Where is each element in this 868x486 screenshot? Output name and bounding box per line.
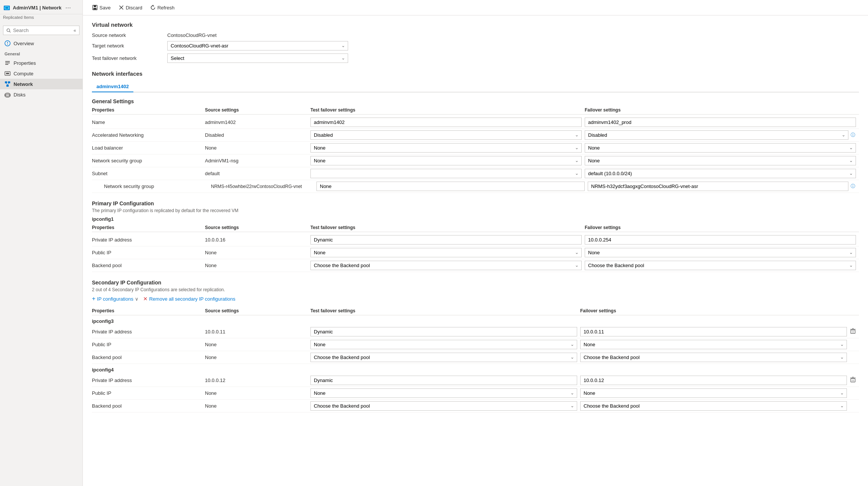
svg-rect-8 [5,61,10,62]
refresh-button[interactable]: Refresh [147,3,178,12]
svg-rect-10 [5,64,8,65]
c4-delete-icon[interactable] [850,377,856,384]
source-c4-private-ip: 10.0.0.12 [205,377,310,383]
window-title: AdminVM1 | Network [13,5,61,11]
failover-c4-private-ip-input[interactable] [580,376,847,385]
prop-accel-net: Accelerated Networking [92,132,205,138]
test-failover-accel-net-wrapper: Disabled Enabled [310,130,582,140]
failover-name-input[interactable] [585,118,856,127]
test-c4-private-ip-input[interactable] [310,376,577,385]
failover-nsg-select[interactable]: None [585,156,856,165]
secondary-ip-section-title: Secondary IP Configuration [92,280,859,286]
failover-backend-pool-primary-wrapper: Choose the Backend pool [585,261,856,270]
sidebar-item-overview[interactable]: Overview [0,38,83,49]
collapse-button[interactable]: « [73,28,76,33]
failover-private-ip-input[interactable] [585,235,856,245]
test-c4-public-ip-select[interactable]: None [310,388,577,398]
test-failover-subnet-select[interactable] [310,169,582,178]
save-label: Save [99,5,111,11]
failover-nsg-sub-input[interactable] [588,182,848,191]
window-subtitle: Replicated Items [0,14,83,23]
test-c3-backend-pool-select[interactable]: Choose the Backend pool [310,353,577,362]
failover-c3-private-ip-input[interactable] [580,327,847,336]
ipconfig4-name: ipconfig4 [92,367,859,373]
ipconfig4-row-backend-pool: Backend pool None Choose the Backend poo… [92,400,859,413]
nsg-sub-info-icon[interactable]: ⓘ [850,183,856,190]
sidebar-item-compute[interactable]: Compute [0,68,83,79]
search-input[interactable] [13,28,72,33]
prop-lb: Load balancer [92,145,205,151]
failover-c4-public-ip-select[interactable]: None [580,388,847,398]
accel-net-info-icon[interactable]: ⓘ [850,132,856,138]
test-c3-public-ip-select[interactable]: None [310,340,577,349]
source-c3-public-ip: None [205,342,310,347]
sidebar-item-network[interactable]: Network [0,79,83,89]
failover-lb-select[interactable]: None [585,143,856,153]
ip-configurations-button[interactable]: + IP configurations ∨ [92,295,139,302]
ipconfig3-row-private-ip: Private IP address 10.0.0.11 [92,326,859,338]
failover-c4-backend-pool-select[interactable]: Choose the Backend pool [580,401,847,411]
failover-c3-backend-pool-wrapper: Choose the Backend pool [580,353,847,362]
save-button[interactable]: Save [89,3,114,12]
target-network-select[interactable]: ContosoCloudRG-vnet-asr [167,41,348,50]
prop-c3-backend-pool: Backend pool [92,355,205,360]
failover-c3-backend-pool-cell: Choose the Backend pool [580,353,850,362]
primary-ip-header: Properties Source settings Test failover… [92,223,859,232]
ipconfig3-row-public-ip: Public IP None None None [92,338,859,351]
sidebar-item-properties[interactable]: Properties [0,58,83,68]
test-failover-network-select[interactable]: Select [167,53,348,63]
search-icon [6,28,11,33]
test-failover-private-ip-input[interactable] [310,235,582,245]
sh-actions [850,308,859,313]
test-c4-backend-pool-wrapper: Choose the Backend pool [310,401,577,411]
sidebar-item-network-label: Network [14,81,33,87]
test-c4-backend-pool-select[interactable]: Choose the Backend pool [310,401,577,411]
test-failover-network-select-wrapper: Select [167,53,348,63]
network-icon [5,81,11,87]
test-failover-name-cell [310,118,585,127]
test-failover-nsg-cell: None [310,156,585,165]
source-private-ip: 10.0.0.16 [205,237,310,243]
remove-secondary-button[interactable]: ✕ Remove all secondary IP configurations [143,296,235,302]
save-icon [92,5,98,11]
test-c3-backend-pool-wrapper: Choose the Backend pool [310,353,577,362]
test-failover-backend-pool-primary-cell: Choose the Backend pool [310,261,585,270]
test-failover-lb-select[interactable]: None [310,143,582,153]
failover-c3-backend-pool-select[interactable]: Choose the Backend pool [580,353,847,362]
prop-c4-backend-pool: Backend pool [92,403,205,409]
sidebar-item-disks[interactable]: Disks [0,89,83,100]
failover-accel-net-cell: Disabled Enabled ⓘ [585,130,859,140]
failover-accel-net-wrapper: Disabled Enabled [585,130,848,140]
failover-c4-backend-pool-wrapper: Choose the Backend pool [580,401,847,411]
svg-rect-9 [5,63,10,63]
failover-lb-wrapper: None [585,143,856,153]
failover-public-ip-select[interactable]: None [585,248,856,257]
prop-private-ip: Private IP address [92,237,205,243]
tab-adminvm1402[interactable]: adminvm1402 [92,81,133,92]
more-options-icon[interactable]: ··· [65,4,71,12]
test-failover-nsg-select[interactable]: None [310,156,582,165]
test-failover-name-input[interactable] [310,118,582,127]
failover-accel-net-select[interactable]: Disabled Enabled [585,130,848,140]
svg-point-3 [7,29,10,32]
sidebar-item-compute-label: Compute [14,71,34,76]
c3-delete-cell [850,328,859,335]
test-failover-public-ip-cell: None [310,248,585,257]
test-c4-backend-pool-cell: Choose the Backend pool [310,401,580,411]
failover-backend-pool-primary-select[interactable]: Choose the Backend pool [585,261,856,270]
c3-delete-icon[interactable] [850,328,856,335]
test-failover-backend-pool-primary-select[interactable]: Choose the Backend pool [310,261,582,270]
svg-rect-23 [94,5,96,7]
test-failover-public-ip-select[interactable]: None [310,248,582,257]
test-c4-public-ip-wrapper: None [310,388,577,398]
test-c3-private-ip-input[interactable] [310,327,577,336]
failover-nsg-cell: None [585,156,859,165]
prop-name: Name [92,119,205,125]
test-failover-accel-net-select[interactable]: Disabled Enabled [310,130,582,140]
discard-button[interactable]: Discard [115,3,145,12]
failover-c3-public-ip-select[interactable]: None [580,340,847,349]
failover-subnet-select[interactable]: default (10.0.0.0/24) [585,169,856,178]
target-network-row: Target network ContosoCloudRG-vnet-asr [92,41,859,50]
failover-c3-public-ip-cell: None [580,340,850,349]
test-failover-nsg-sub-input[interactable] [316,182,585,191]
